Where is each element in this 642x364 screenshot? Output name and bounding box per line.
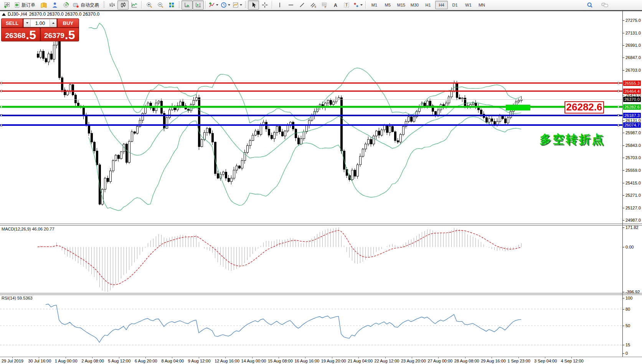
zoom-in-button[interactable] xyxy=(144,0,155,10)
buy-price-button[interactable]: 26379 .5 xyxy=(41,28,79,41)
line-handle[interactable] xyxy=(0,124,2,126)
candlestick-chart-button[interactable] xyxy=(117,0,129,10)
fibonacci-icon: F xyxy=(321,2,327,8)
text-a-icon: A xyxy=(332,2,338,8)
time-tick xyxy=(39,357,39,358)
zoom-out-button[interactable] xyxy=(155,0,166,10)
axis-tick xyxy=(622,292,624,292)
volume-input[interactable] xyxy=(31,19,50,27)
caret-up-icon xyxy=(52,22,54,24)
indicators-button[interactable] xyxy=(208,0,220,10)
crosshair-icon xyxy=(262,2,268,8)
ohlc-values: 26370.0 26370.0 26370.0 26370.0 xyxy=(29,12,100,17)
time-label: 3 Sep 04:00 xyxy=(534,359,557,363)
timeframe-h1-button[interactable]: H1 xyxy=(422,1,434,9)
price-tick-label: 27131.0 xyxy=(625,31,641,35)
sell-price-button[interactable]: 26368 .5 xyxy=(2,28,40,41)
price-tick-label: 26131.0 xyxy=(625,118,641,123)
auto-trading-label: 自动交易 xyxy=(81,2,99,8)
mt4-application: 新订单 自动交易 xyxy=(0,0,642,364)
chart-shift-button[interactable] xyxy=(193,0,204,10)
toolbar-separator xyxy=(365,1,366,9)
terminal-button[interactable] xyxy=(60,0,71,10)
timeframe-m1-button[interactable]: M1 xyxy=(368,1,381,9)
price-badge-26370.0: 26370.0 xyxy=(623,97,641,102)
horizontal-line-icon xyxy=(288,2,294,8)
trendline-button[interactable] xyxy=(296,0,307,10)
line-handle[interactable] xyxy=(617,90,619,92)
green-highlight-rectangle[interactable] xyxy=(506,105,530,110)
price-tick-label: 25127.0 xyxy=(625,206,641,210)
search-icon xyxy=(587,2,593,8)
equidistant-channel-button[interactable]: E xyxy=(307,0,319,10)
timeframe-m15-button[interactable]: M15 xyxy=(395,1,408,9)
price-level-line-26464.4[interactable] xyxy=(0,91,622,92)
macd-name: MACD(12,26,9) xyxy=(2,227,31,231)
line-handle[interactable] xyxy=(0,90,2,92)
sell-button[interactable]: SELL xyxy=(2,19,23,27)
price-badge-26282.6: 26282.6 xyxy=(623,104,641,110)
rsi-name: RSI(14) xyxy=(2,296,16,300)
timeframe-d1-button[interactable]: D1 xyxy=(449,1,461,9)
fibonacci-button[interactable]: F xyxy=(319,0,330,10)
chat-button[interactable] xyxy=(599,0,610,10)
cursor-button[interactable] xyxy=(248,0,259,10)
bar-chart-button[interactable] xyxy=(106,0,117,10)
buy-button[interactable]: BUY xyxy=(58,19,79,27)
axis-tick xyxy=(622,70,624,71)
toolbar-right-icons xyxy=(584,0,610,10)
line-handle[interactable] xyxy=(0,114,2,116)
rsi-pane-canvas[interactable] xyxy=(0,295,622,357)
volume-increase-button[interactable] xyxy=(50,19,56,27)
macd-label: MACD(12,26,9) 46.06 20.77 xyxy=(2,227,54,231)
line-handle[interactable] xyxy=(0,82,2,84)
price-level-line-26370[interactable] xyxy=(0,99,622,100)
line-handle[interactable] xyxy=(617,114,619,116)
one-click-trading-panel: SELL BUY 26368 .5 26379 .5 xyxy=(1,18,79,41)
volume-decrease-button[interactable] xyxy=(24,19,31,27)
template-icon xyxy=(233,2,239,8)
search-button[interactable] xyxy=(584,0,595,10)
arrows-button[interactable] xyxy=(352,0,364,10)
timeframe-w1-button[interactable]: W1 xyxy=(462,1,475,9)
rsi-tick-label: 80 xyxy=(625,307,630,311)
macd-main-value: 46.06 xyxy=(32,227,43,231)
channel-icon: E xyxy=(310,2,316,8)
horizontal-line-button[interactable] xyxy=(285,0,296,10)
price-level-line-26074.7[interactable] xyxy=(0,124,622,126)
main-chart-canvas[interactable] xyxy=(0,10,622,224)
new-chart-button[interactable] xyxy=(1,0,12,10)
periods-button[interactable] xyxy=(220,0,231,10)
text-label-button[interactable]: T xyxy=(341,0,352,10)
line-handle[interactable] xyxy=(0,106,2,108)
navigator-button[interactable] xyxy=(49,0,60,10)
price-level-line-26187.3[interactable] xyxy=(0,115,622,116)
navigator-icon xyxy=(52,2,58,8)
price-tick-label: 26991.0 xyxy=(625,43,641,48)
price-tick-label: 25271.0 xyxy=(625,193,641,198)
timeframe-m5-button[interactable]: M5 xyxy=(381,1,394,9)
auto-trading-button[interactable]: 自动交易 xyxy=(71,0,102,10)
price-level-line-26555.3[interactable] xyxy=(0,82,622,84)
time-tick xyxy=(332,357,332,358)
vertical-line-button[interactable] xyxy=(274,0,285,10)
market-watch-button[interactable] xyxy=(38,0,49,10)
text-button[interactable]: A xyxy=(330,0,341,10)
line-chart-button[interactable] xyxy=(129,0,140,10)
templates-button[interactable] xyxy=(231,0,243,10)
crosshair-button[interactable] xyxy=(259,0,270,10)
tile-windows-button[interactable] xyxy=(166,0,177,10)
macd-pane-canvas[interactable] xyxy=(0,226,622,293)
line-handle[interactable] xyxy=(617,82,619,84)
auto-scroll-button[interactable] xyxy=(182,0,193,10)
line-handle[interactable] xyxy=(617,106,619,108)
timeframe-h4-button[interactable]: H4 xyxy=(435,1,448,9)
timeframe-m30-button[interactable]: M30 xyxy=(408,1,421,9)
timeframe-mn-button[interactable]: MN xyxy=(475,1,488,9)
new-order-button[interactable]: 新订单 xyxy=(12,0,38,10)
pane-separator[interactable] xyxy=(0,224,642,226)
macd-tick-label: 0.00 xyxy=(625,245,634,249)
price-callout-label[interactable]: 26282.6 xyxy=(564,101,604,114)
line-handle[interactable] xyxy=(617,124,619,126)
turning-point-note[interactable]: 多空转折点 xyxy=(540,132,605,147)
